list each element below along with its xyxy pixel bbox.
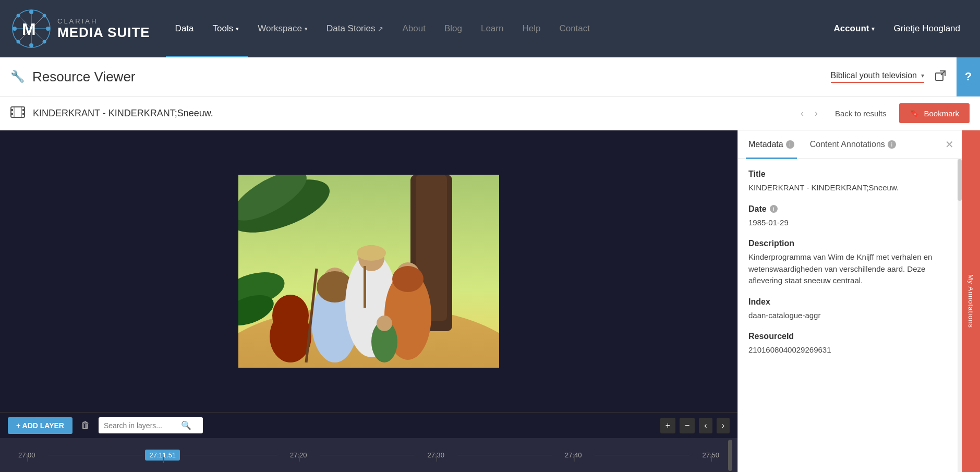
metadata-field-resourceid: ResourceId 2101608040029269631	[748, 332, 951, 356]
next-result-button[interactable]: ›	[810, 105, 822, 122]
svg-point-38	[357, 245, 386, 261]
metadata-content-area: Title KINDERKRANT - KINDERKRANT;Sneeuw. …	[738, 159, 962, 472]
nav-item-datastories[interactable]: Data Stories ↗	[317, 0, 393, 57]
video-panel: + ADD LAYER 🗑 🔍 + − ‹ › 27:00	[0, 130, 737, 472]
close-panel-button[interactable]: ✕	[945, 138, 954, 151]
timeline-track: 27:00 27:11.51 27:20 27:30 27:40 27:50	[8, 450, 730, 461]
svg-point-3	[13, 27, 17, 31]
tab-metadata[interactable]: Metadata i	[746, 130, 797, 159]
metadata-scrollbar-track	[958, 159, 962, 472]
nav-item-help[interactable]: Help	[513, 0, 550, 57]
svg-point-2	[29, 43, 33, 47]
add-layer-button[interactable]: + ADD LAYER	[8, 417, 72, 434]
external-icon: ↗	[378, 25, 383, 33]
metadata-value-resourceid: 2101608040029269631	[748, 344, 951, 356]
time-marker-4: 27:40	[554, 451, 592, 459]
metadata-label-title: Title	[748, 170, 951, 179]
timeline-prev-button[interactable]: ‹	[699, 418, 712, 433]
metadata-field-title: Title KINDERKRANT - KINDERKRANT;Sneeuw.	[748, 170, 951, 194]
metadata-label-index: Index	[748, 297, 951, 307]
bookmark-label: Bookmark	[924, 109, 959, 118]
timeline-ruler: 27:00 27:11.51 27:20 27:30 27:40 27:50	[0, 438, 737, 472]
brand-clariah: CLARIAH	[57, 18, 150, 25]
prev-result-button[interactable]: ‹	[796, 105, 808, 122]
search-layers-input-area[interactable]: 🔍	[99, 417, 203, 433]
svg-point-31	[272, 295, 309, 336]
wrench-icon: 🔧	[10, 70, 25, 83]
bookmark-button[interactable]: 🔖 Bookmark	[899, 103, 970, 123]
back-to-results-link[interactable]: Back to results	[835, 109, 886, 118]
timeline-next-button[interactable]: ›	[717, 418, 730, 433]
svg-point-1	[29, 10, 33, 14]
nav-item-about[interactable]: About	[393, 0, 434, 57]
tab-content-annotations-label: Content Annotations	[810, 140, 885, 149]
account-arrow-icon: ▾	[872, 26, 875, 32]
external-link-button[interactable]	[932, 67, 949, 87]
svg-rect-37	[364, 266, 366, 308]
nav-item-workspace[interactable]: Workspace ▾	[248, 0, 317, 57]
metadata-label-resourceid: ResourceId	[748, 332, 951, 341]
svg-rect-18	[11, 113, 13, 115]
annotations-sidebar-label: My Annotations	[967, 274, 975, 328]
navbar: M CLARIAH MEDIA SUITE Data Tools ▾ Works…	[0, 0, 980, 57]
nav-item-account[interactable]: Account ▾	[824, 0, 884, 57]
svg-point-43	[377, 316, 392, 331]
tab-content-annotations[interactable]: Content Annotations i	[807, 130, 899, 159]
metadata-label-description: Description	[748, 239, 951, 248]
metadata-tabs: Metadata i Content Annotations i ✕	[738, 130, 962, 159]
workspace-arrow-icon: ▾	[305, 26, 308, 32]
nav-item-user[interactable]: Grietje Hoogland	[884, 0, 970, 57]
metadata-panel: Metadata i Content Annotations i ✕ Title…	[737, 130, 962, 472]
nav-item-learn[interactable]: Learn	[471, 0, 513, 57]
timeline-area: + ADD LAYER 🗑 🔍 + − ‹ › 27:00	[0, 412, 737, 472]
svg-point-5	[17, 14, 20, 18]
metadata-label-date: Date i	[748, 204, 951, 214]
svg-rect-16	[11, 107, 25, 117]
search-layers-input[interactable]	[104, 421, 177, 430]
main-content: + ADD LAYER 🗑 🔍 + − ‹ › 27:00	[0, 130, 980, 472]
bookmark-icon: 🔖	[910, 108, 919, 118]
time-marker-2: 27:20	[280, 451, 318, 459]
date-info-icon[interactable]: i	[770, 205, 778, 213]
svg-rect-17	[11, 109, 13, 111]
tab-metadata-label: Metadata	[748, 140, 783, 149]
video-container[interactable]	[0, 130, 737, 412]
my-annotations-sidebar[interactable]: My Annotations	[962, 130, 980, 472]
collection-selector[interactable]: Biblical youth television ▾	[831, 71, 924, 83]
nav-item-tools[interactable]: Tools ▾	[203, 0, 249, 57]
timeline-zoom-out-button[interactable]: −	[680, 418, 695, 433]
metadata-value-description: Kinderprogramma van Wim de Knijff met ve…	[748, 251, 951, 287]
time-marker-1: 27:11.51	[145, 450, 180, 461]
nav-item-contact[interactable]: Contact	[550, 0, 599, 57]
time-marker-5: 27:50	[692, 451, 730, 459]
nav-item-data[interactable]: Data	[166, 0, 203, 57]
svg-point-4	[46, 27, 50, 31]
metadata-info-icon[interactable]: i	[786, 140, 794, 149]
svg-text:M: M	[22, 20, 36, 39]
nav-menu: Data Tools ▾ Workspace ▾ Data Stories ↗ …	[166, 0, 970, 57]
add-layer-label: + ADD LAYER	[16, 421, 64, 430]
time-marker-0: 27:00	[8, 451, 46, 459]
help-button[interactable]: ?	[957, 57, 980, 96]
timeline-nav-buttons: + − ‹ ›	[660, 418, 730, 433]
delete-layer-button[interactable]: 🗑	[78, 417, 93, 434]
metadata-field-description: Description Kinderprogramma van Wim de K…	[748, 239, 951, 287]
page-title: Resource Viewer	[32, 69, 823, 85]
timeline-zoom-in-button[interactable]: +	[660, 418, 675, 433]
metadata-value-index: daan-catalogue-aggr	[748, 310, 951, 322]
search-icon: 🔍	[181, 420, 191, 430]
svg-point-41	[392, 266, 424, 292]
annotations-info-icon[interactable]: i	[888, 140, 896, 149]
metadata-scrollbar-thumb[interactable]	[958, 159, 962, 201]
brand-logo-area[interactable]: M CLARIAH MEDIA SUITE	[10, 8, 150, 50]
film-icon	[10, 106, 25, 120]
time-marker-3: 27:30	[417, 451, 455, 459]
nav-item-blog[interactable]: Blog	[435, 0, 471, 57]
page-toolbar: 🔧 Resource Viewer Biblical youth televis…	[0, 57, 980, 96]
timeline-scrollbar[interactable]	[728, 440, 732, 471]
help-label: ?	[965, 70, 972, 83]
collection-dropdown-icon: ▾	[921, 72, 924, 79]
metadata-field-index: Index daan-catalogue-aggr	[748, 297, 951, 322]
collection-name: Biblical youth television	[831, 71, 917, 80]
timeline-controls: + ADD LAYER 🗑 🔍 + − ‹ ›	[0, 413, 737, 438]
